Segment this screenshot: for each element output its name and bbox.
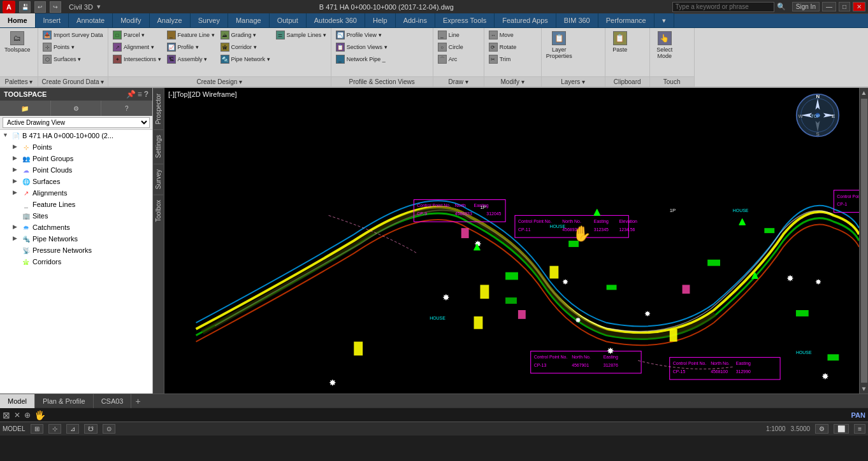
toolspace-pin-icon[interactable]: 📌 (126, 90, 136, 99)
active-view-select[interactable]: Active Drawing View (3, 117, 150, 128)
network-pipe-button[interactable]: ⎯ Network Pipe _ (333, 53, 390, 65)
tab-performance[interactable]: Performance (598, 13, 655, 27)
tree-item-alignments[interactable]: ▶ ↗ Alignments (0, 187, 152, 199)
line-button[interactable]: ⎯ Line (435, 29, 466, 41)
section-views-button[interactable]: 📋 Section Views ▾ (333, 41, 390, 53)
tree-item-point-clouds[interactable]: ▶ ☁ Point Clouds (0, 164, 152, 176)
layer-properties-button[interactable]: 📋 Layer Properties (544, 29, 575, 61)
toolspace-help-icon[interactable]: ? (144, 90, 148, 99)
circle-button[interactable]: ○ Circle (435, 41, 466, 53)
qat-save[interactable]: 💾 (19, 1, 31, 13)
paste-button[interactable]: 📋 Paste (607, 29, 633, 55)
qat-undo[interactable]: ↩ (34, 1, 46, 13)
svg-text:✸: ✸ (607, 346, 614, 356)
tree-item-points[interactable]: ▶ ⊹ Points (0, 141, 152, 153)
tab-express-tools[interactable]: Express Tools (435, 13, 495, 27)
corridor-button[interactable]: 🛣 Corridor ▾ (218, 41, 273, 53)
tree-item-pipe-networks[interactable]: ▶ 🔩 Pipe Networks (0, 233, 152, 245)
pipe-network-button[interactable]: 🔩 Pipe Network ▾ (218, 53, 273, 65)
profile-view-button[interactable]: 📉 Profile View ▾ (333, 29, 390, 41)
tab-analyze[interactable]: Analyze (150, 13, 191, 27)
scroll-up-arrow[interactable]: ▲ (860, 88, 868, 97)
tree-root[interactable]: ▼ 📄 B 471 HA 0+000-10+000 (2... (0, 130, 152, 141)
tab-home[interactable]: Home (0, 13, 36, 27)
ts-tab-help[interactable]: ? (101, 101, 152, 116)
sample-lines-button[interactable]: ⚌ Sample Lines ▾ (273, 29, 329, 41)
tab-output[interactable]: Output (270, 13, 307, 27)
import-survey-button[interactable]: 📥 Import Survey Data (40, 29, 106, 41)
toolspace-list-icon[interactable]: ≡ (138, 90, 142, 99)
tab-modify[interactable]: Modify (113, 13, 149, 27)
scroll-down-arrow[interactable]: ▼ (860, 384, 868, 394)
ui-settings-icon[interactable]: ≡ (854, 424, 865, 434)
select-mode-button[interactable]: 👆 Select Mode (652, 29, 677, 61)
qat-redo[interactable]: ↪ (50, 1, 61, 13)
ts-tab-prospector[interactable]: 📁 (0, 101, 51, 116)
rotate-button[interactable]: ⟳ Rotate (486, 41, 519, 53)
tab-csa03[interactable]: CSA03 (94, 394, 132, 408)
points-button[interactable]: ⊹ Points ▾ (40, 41, 106, 53)
grid-toggle[interactable]: ⊞ (31, 424, 43, 434)
tab-add-button[interactable]: + (131, 395, 144, 408)
ts-tab-settings[interactable]: ⚙ (51, 101, 102, 116)
toolspace-button[interactable]: 🗂 Toolspace (2, 29, 33, 55)
parcel-button[interactable]: □ Parcel ▾ (110, 29, 164, 41)
viewport-scrollbar-right[interactable]: ▲ ▼ (859, 88, 868, 394)
feature-line-button[interactable]: ⎯ Feature Line ▾ (164, 29, 217, 41)
snap-toggle[interactable]: ⊹ (48, 424, 61, 434)
minimize-button[interactable]: — (822, 2, 836, 11)
tree-item-feature-lines[interactable]: ⎯ Feature Lines (0, 199, 152, 210)
tab-addins[interactable]: Add-ins (396, 13, 435, 27)
svg-text:✸: ✸ (815, 278, 821, 287)
scroll-thumb[interactable] (861, 99, 867, 383)
tab-autodesk360[interactable]: Autodesk 360 (307, 13, 365, 27)
intersections-button[interactable]: ✦ Intersections ▾ (110, 53, 164, 65)
side-tab-prospector[interactable]: Prospector (154, 88, 163, 129)
tab-manage[interactable]: Manage (228, 13, 270, 27)
tree-item-catchments[interactable]: ▶ 🌧 Catchments (0, 222, 152, 233)
svg-text:312345: 312345 (594, 227, 609, 232)
search-input[interactable] (672, 2, 774, 12)
tab-plan-profile[interactable]: Plan & Profile (35, 394, 94, 408)
arc-button[interactable]: ⌒ Arc (435, 53, 466, 65)
tree-item-surfaces[interactable]: ▶ 🌐 Surfaces (0, 176, 152, 187)
tree-item-corridors[interactable]: 🛣 Corridors (0, 256, 152, 267)
maximize-button[interactable]: □ (839, 2, 850, 11)
tab-bim360[interactable]: BIM 360 (556, 13, 598, 27)
osnap-toggle[interactable]: ⊙ (103, 424, 115, 434)
sign-in-button[interactable]: Sign In (792, 2, 820, 11)
side-tab-settings[interactable]: Settings (154, 129, 163, 163)
side-tab-survey[interactable]: Survey (154, 164, 163, 194)
svg-text:✸: ✸ (575, 316, 581, 325)
tab-featured-apps[interactable]: Featured Apps (495, 13, 556, 27)
zoom-icon[interactable]: ⊕ (24, 411, 31, 420)
search-icon[interactable]: 🔍 (777, 3, 786, 11)
trim-button[interactable]: ✂ Trim (486, 53, 519, 65)
grading-button[interactable]: ⛰ Grading ▾ (218, 29, 273, 41)
move-button[interactable]: ↔ Move (486, 29, 519, 41)
parcel-icon: □ (113, 31, 122, 39)
close-button[interactable]: ✕ (853, 2, 865, 11)
tree-item-point-groups[interactable]: ▶ 👥 Point Groups (0, 153, 152, 164)
assembly-button[interactable]: 🏗 Assembly ▾ (164, 53, 217, 65)
tab-more[interactable]: ▾ (655, 13, 674, 27)
tree-item-sites[interactable]: 🏢 Sites (0, 210, 152, 222)
tab-survey[interactable]: Survey (191, 13, 228, 27)
viewport[interactable]: [-][Top][2D Wireframe] Control Point No.… (164, 88, 859, 394)
tab-insert[interactable]: Insert (36, 13, 69, 27)
polar-toggle[interactable]: ☋ (84, 424, 98, 434)
svg-text:Control Point No.: Control Point No. (534, 355, 568, 359)
tab-model[interactable]: Model (0, 394, 35, 408)
surfaces-button[interactable]: ⬡ Surfaces ▾ (40, 53, 106, 65)
workspace-icon[interactable]: ⚙ (815, 424, 828, 434)
ribbon-tabs: Home Insert Annotate Modify Analyze Surv… (0, 14, 868, 28)
fullscreen-toggle[interactable]: ⬜ (834, 424, 849, 434)
side-tab-toolbox[interactable]: Toolbox (154, 194, 163, 227)
tree-item-pressure-networks[interactable]: 📡 Pressure Networks (0, 245, 152, 256)
tab-annotate[interactable]: Annotate (69, 13, 113, 27)
ortho-toggle[interactable]: ⊿ (66, 424, 79, 434)
profile-button[interactable]: 📈 Profile ▾ (164, 41, 217, 53)
cancel-icon[interactable]: ✕ (14, 411, 20, 420)
tab-help[interactable]: Help (365, 13, 396, 27)
alignment-button[interactable]: ↗ Alignment ▾ (110, 41, 164, 53)
